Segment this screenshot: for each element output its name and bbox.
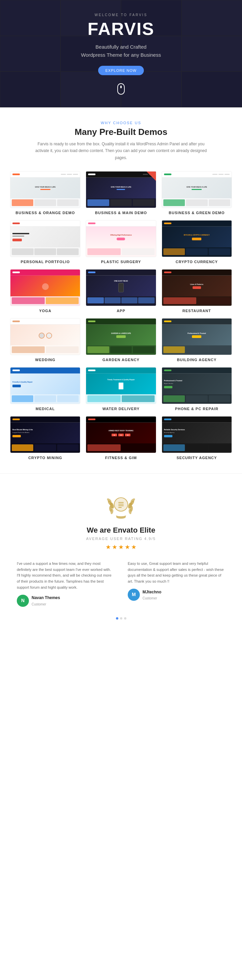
demo-thumb-surgery: Offering High Performance <box>86 220 156 257</box>
envato-rating-label: AVERAGE USER RATING 4.9/5 <box>10 537 232 541</box>
demo-label-restaurant: RESTAURANT <box>162 309 232 313</box>
author-info-1: MJtechno Customer <box>143 589 161 601</box>
demo-thumb-water: Timely Treatment & Quality Repair <box>86 367 156 404</box>
hero-welcome-text: WELCOME TO FARVIS <box>81 13 161 17</box>
hero-title: FARVIS <box>81 19 161 39</box>
demo-item-water[interactable]: Timely Treatment & Quality Repair WATER … <box>86 367 156 411</box>
star-3: ★ <box>118 543 124 551</box>
pagination-dot-1[interactable] <box>120 617 122 620</box>
demo-item-phone[interactable]: Professional & Trusted Repair Service PH… <box>162 367 232 411</box>
scroll-indicator <box>117 83 125 95</box>
pagination <box>10 617 232 620</box>
author-info-0: Navan Themes Customer <box>32 594 60 607</box>
testimonial-1: Easy to use, Great support team and very… <box>124 561 229 607</box>
demo-label-app: APP <box>86 309 156 313</box>
demo-item-biz-main[interactable]: GIVE YOUR IDEAS A LIFE BUSINESS & MAIN D… <box>86 171 156 215</box>
demo-item-biz-orange[interactable]: GIVE YOUR IDEAS A LIFE BUSINESS & ORANGE… <box>10 171 80 215</box>
author-role-1: Customer <box>143 595 161 601</box>
demo-label-wedding: WEDDING <box>10 358 80 362</box>
demo-item-security[interactable]: Reliable Security Services Security Agen… <box>162 416 232 460</box>
testimonial-text-1: Easy to use, Great support team and very… <box>128 561 225 584</box>
avatar-0: N <box>17 595 29 607</box>
demos-tag: WHY CHOOSE US <box>10 121 232 125</box>
testimonial-text-0: I've used a support a few times now, and… <box>17 561 114 590</box>
testimonial-0: I've used a support a few times now, and… <box>13 561 118 607</box>
demo-item-crypto[interactable]: BITCOIN & CRYPTO CURRENCY CRYPTO CURRENC… <box>162 220 232 264</box>
demo-label-surgery: PLASTIC SURGERY <box>86 260 156 264</box>
demo-label-biz-orange: BUSINESS & ORANGE DEMO <box>10 211 80 215</box>
demos-description: Farvis is ready to use from the box. Qua… <box>34 141 208 161</box>
demo-label-portfolio: PERSONAL PORTFOLIO <box>10 260 80 264</box>
demo-label-building: BUILDING AGENCY <box>162 358 232 362</box>
demo-label-fitness: FITNESS & GIM <box>86 456 156 460</box>
demo-thumb-biz-main: GIVE YOUR IDEAS A LIFE <box>86 171 156 208</box>
demo-thumb-biz-orange: GIVE YOUR IDEAS A LIFE <box>10 171 80 208</box>
testimonial-author-0: N Navan Themes Customer <box>17 594 114 607</box>
demo-item-restaurant[interactable]: Lines & Patterns RESTAURANT <box>162 269 232 313</box>
demo-thumb-garden: GARDEN & LANDSCAPE <box>86 318 156 355</box>
demo-label-biz-main: BUSINESS & MAIN DEMO <box>86 211 156 215</box>
demos-section: WHY CHOOSE US Many Pre-Built Demos Farvi… <box>0 107 242 473</box>
demo-label-phone: PHONE & PC REPAIR <box>162 407 232 411</box>
demo-thumb-app: ONE EASY READ <box>86 269 156 306</box>
envato-title: We are Envato Elite <box>10 526 232 535</box>
demo-item-app[interactable]: ONE EASY READ APP <box>86 269 156 313</box>
demo-item-medical[interactable]: Friendly & Quality Repair MEDICAL <box>10 367 80 411</box>
demo-thumb-building: Professional & Trusted <box>162 318 232 355</box>
demo-thumb-wedding <box>10 318 80 355</box>
demo-label-crypto: CRYPTO CURRENCY <box>162 260 232 264</box>
star-4: ★ <box>125 543 130 551</box>
demo-label-biz-green: BUSINESS & GREEN DEMO <box>162 211 232 215</box>
demo-item-cryptomining[interactable]: Best Bitcoin Mining & the Largest Pool I… <box>10 416 80 460</box>
envato-badge <box>106 490 136 520</box>
hero-section: WELCOME TO FARVIS FARVIS Beautifully and… <box>0 0 242 107</box>
author-name-1: MJtechno <box>143 589 161 595</box>
demo-label-cryptomining: CRYPTO MINING <box>10 456 80 460</box>
demo-item-fitness[interactable]: ARMED BEST BODY TRAINING 16 32 18 FITNES… <box>86 416 156 460</box>
svg-rect-12 <box>118 502 124 503</box>
svg-rect-14 <box>118 506 124 506</box>
demo-thumb-portfolio <box>10 220 80 257</box>
demo-thumb-security: Reliable Security Services Security Agen… <box>162 416 232 453</box>
explore-button[interactable]: EXPLORE NOW <box>98 66 144 75</box>
demo-thumb-cryptomining: Best Bitcoin Mining & the Largest Pool I… <box>10 416 80 453</box>
demo-thumb-crypto: BITCOIN & CRYPTO CURRENCY <box>162 220 232 257</box>
demo-label-yoga: YOGA <box>10 309 80 313</box>
star-1: ★ <box>106 543 111 551</box>
demo-thumb-fitness: ARMED BEST BODY TRAINING 16 32 18 <box>86 416 156 453</box>
demos-title: Many Pre-Built Demos <box>10 127 232 137</box>
svg-rect-15 <box>118 507 122 508</box>
demo-label-security: SECURITY AGENCY <box>162 456 232 460</box>
demo-thumb-phone: Professional & Trusted Repair Service <box>162 367 232 404</box>
demo-label-water: WATER DELIVERY <box>86 407 156 411</box>
pagination-dot-2[interactable] <box>124 617 127 620</box>
author-role-0: Customer <box>32 601 60 607</box>
demo-thumb-medical: Friendly & Quality Repair <box>10 367 80 404</box>
author-name-0: Navan Themes <box>32 594 60 601</box>
demo-thumb-yoga <box>10 269 80 306</box>
demo-item-garden[interactable]: GARDEN & LANDSCAPE GARDEN AGENCY <box>86 318 156 362</box>
pagination-dot-0[interactable] <box>116 617 118 620</box>
demos-header: WHY CHOOSE US Many Pre-Built Demos Farvi… <box>10 121 232 161</box>
hero-content: WELCOME TO FARVIS FARVIS Beautifully and… <box>81 13 161 95</box>
demo-item-building[interactable]: Professional & Trusted BUILDING AGENCY <box>162 318 232 362</box>
demo-item-yoga[interactable]: YOGA <box>10 269 80 313</box>
envato-section: We are Envato Elite AVERAGE USER RATING … <box>0 473 242 633</box>
demo-thumb-restaurant: Lines & Patterns <box>162 269 232 306</box>
demo-item-biz-green[interactable]: GIVE YOUR IDEAS A LIFE BUSINESS & GREEN … <box>162 171 232 215</box>
demo-item-wedding[interactable]: WEDDING <box>10 318 80 362</box>
testimonials-container: I've used a support a few times now, and… <box>10 561 232 607</box>
star-2: ★ <box>112 543 117 551</box>
svg-rect-13 <box>118 504 124 504</box>
demos-grid: GIVE YOUR IDEAS A LIFE BUSINESS & ORANGE… <box>10 171 232 460</box>
hero-subtitle: Beautifully and Crafted Wordpress Theme … <box>81 43 161 59</box>
avatar-1: M <box>128 589 140 601</box>
demo-thumb-biz-green: GIVE YOUR IDEAS A LIFE <box>162 171 232 208</box>
demo-label-garden: GARDEN AGENCY <box>86 358 156 362</box>
demo-item-surgery[interactable]: Offering High Performance PLASTIC SURGER… <box>86 220 156 264</box>
star-5: ★ <box>131 543 136 551</box>
demo-item-portfolio[interactable]: PERSONAL PORTFOLIO <box>10 220 80 264</box>
testimonial-author-1: M MJtechno Customer <box>128 589 225 601</box>
star-rating: ★ ★ ★ ★ ★ <box>10 543 232 551</box>
demo-label-medical: MEDICAL <box>10 407 80 411</box>
